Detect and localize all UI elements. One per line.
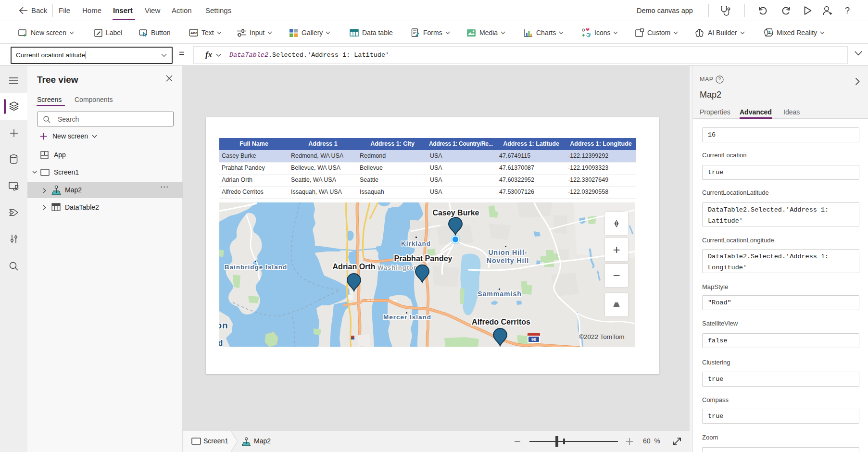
svg-text:Washington: Washington bbox=[377, 264, 418, 271]
svg-text:on: on bbox=[219, 320, 228, 330]
svg-text:?: ? bbox=[718, 77, 721, 82]
svg-text:d: d bbox=[219, 339, 223, 347]
svg-text:Mercer Island: Mercer Island bbox=[383, 314, 431, 321]
svg-text:Abc: Abc bbox=[190, 31, 197, 35]
svg-text:Prabhat Pandey: Prabhat Pandey bbox=[394, 254, 453, 263]
svg-text:Union Hill-: Union Hill- bbox=[489, 249, 528, 256]
svg-text:Novelty Hill: Novelty Hill bbox=[487, 257, 529, 264]
svg-text:Sammamish: Sammamish bbox=[478, 290, 521, 298]
svg-text:Casey Burke: Casey Burke bbox=[433, 209, 479, 217]
svg-text:Adrian Orth: Adrian Orth bbox=[333, 263, 376, 271]
svg-text:Bainbridge Island: Bainbridge Island bbox=[225, 264, 287, 271]
svg-text:Alfredo Cerritos: Alfredo Cerritos bbox=[472, 318, 530, 326]
svg-text:90: 90 bbox=[531, 337, 536, 342]
svg-text:©2022 TomTom: ©2022 TomTom bbox=[579, 333, 625, 340]
svg-text:Kirkland: Kirkland bbox=[401, 240, 431, 247]
